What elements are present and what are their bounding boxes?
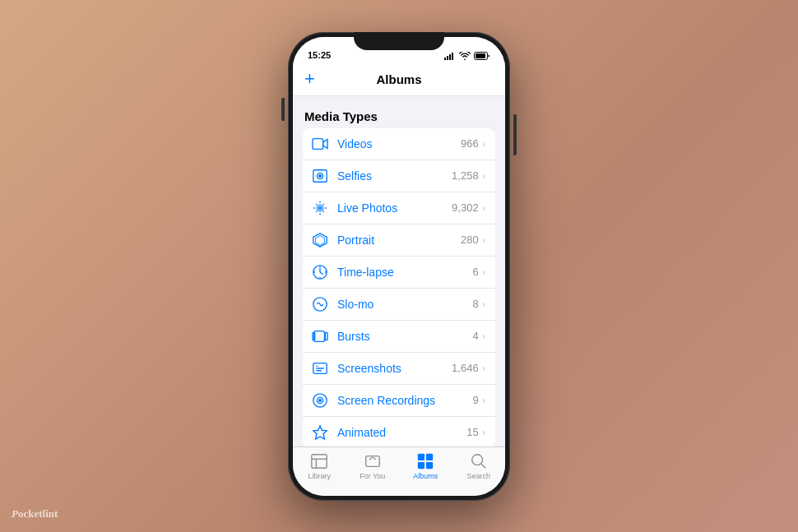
item-count: 1,258: [452, 169, 479, 182]
tab-albums[interactable]: Albums: [399, 452, 452, 480]
chevron-icon: ›: [482, 298, 485, 310]
phone-frame: 15:25: [288, 32, 510, 501]
selfie-icon: [311, 167, 329, 185]
item-label: Portrait: [337, 234, 461, 247]
item-count: 9: [472, 394, 478, 406]
portrait-icon: [311, 231, 329, 249]
item-count: 6: [472, 266, 478, 278]
tab-search-label: Search: [466, 472, 490, 480]
svg-rect-27: [312, 454, 327, 468]
live-photos-icon: [311, 199, 329, 217]
wifi-icon: [459, 52, 471, 60]
svg-rect-1: [447, 56, 448, 60]
chevron-icon: ›: [482, 362, 485, 374]
media-types-list: Videos 966 › Selfies 1,258 ›: [303, 128, 495, 446]
chevron-icon: ›: [482, 169, 485, 182]
nav-title: Albums: [376, 72, 421, 86]
svg-rect-18: [325, 332, 327, 340]
svg-rect-30: [426, 453, 433, 460]
chevron-icon: ›: [482, 266, 485, 278]
bursts-icon: [311, 327, 329, 345]
list-item[interactable]: Bursts 4 ›: [303, 321, 495, 353]
svg-point-9: [319, 174, 322, 177]
item-label: Live Photos: [337, 201, 452, 215]
svg-rect-6: [313, 138, 323, 149]
add-button[interactable]: +: [304, 70, 315, 88]
tab-library-label: Library: [308, 472, 331, 480]
phone-screen: 15:25: [293, 37, 505, 496]
item-count: 8: [472, 298, 478, 310]
item-label: Slo-mo: [337, 298, 472, 311]
svg-rect-3: [452, 53, 453, 60]
list-item[interactable]: Screen Recordings 9 ›: [303, 385, 495, 417]
tab-bar: Library For You: [293, 446, 505, 496]
list-item[interactable]: Time-lapse 6 ›: [303, 257, 495, 289]
svg-point-22: [319, 399, 322, 401]
tab-albums-label: Albums: [413, 472, 438, 480]
screen-recordings-icon: [311, 391, 329, 409]
animated-icon: [311, 423, 329, 442]
nav-bar: + Albums: [293, 63, 505, 96]
list-item[interactable]: Screenshots 1,646 ›: [303, 353, 495, 385]
tab-library[interactable]: Library: [293, 452, 346, 480]
svg-marker-23: [313, 425, 327, 438]
item-count: 966: [461, 137, 479, 150]
notch: [354, 32, 444, 50]
item-count: 280: [461, 234, 479, 246]
item-count: 15: [466, 426, 478, 438]
svg-rect-29: [418, 453, 425, 460]
watermark: Pocketlint: [12, 507, 58, 520]
chevron-icon: ›: [482, 201, 485, 214]
chevron-icon: ›: [482, 426, 485, 438]
list-item[interactable]: Selfies 1,258 ›: [303, 160, 495, 192]
item-label: Animated: [337, 426, 466, 439]
svg-rect-2: [449, 54, 451, 60]
item-label: Time-lapse: [337, 266, 472, 279]
svg-point-11: [319, 206, 322, 209]
slomo-icon: [311, 295, 329, 313]
svg-rect-5: [476, 53, 485, 58]
tab-search[interactable]: Search: [452, 452, 506, 480]
item-label: Selfies: [337, 169, 452, 183]
content-scroll[interactable]: Media Types Videos 966 ›: [293, 96, 505, 446]
item-label: Screen Recordings: [337, 394, 472, 407]
for-you-tab-icon: [364, 452, 382, 470]
video-icon: [311, 135, 329, 153]
status-icons: [444, 52, 490, 60]
timelapse-icon: [311, 263, 329, 281]
library-tab-icon: [310, 452, 328, 470]
item-label: Bursts: [337, 330, 472, 343]
svg-point-33: [472, 454, 483, 465]
list-item[interactable]: Videos 966 ›: [303, 128, 495, 160]
item-label: Screenshots: [337, 362, 452, 375]
svg-marker-13: [316, 235, 325, 245]
list-item[interactable]: Animated 15 ›: [303, 417, 495, 446]
signal-icon: [444, 52, 456, 60]
svg-rect-32: [426, 461, 433, 468]
list-item[interactable]: Slo-mo 8 ›: [303, 289, 495, 321]
svg-rect-0: [444, 58, 446, 60]
battery-icon: [474, 52, 490, 60]
chevron-icon: ›: [482, 330, 485, 342]
section-header-media: Media Types: [293, 96, 505, 128]
chevron-icon: ›: [482, 234, 485, 246]
chevron-icon: ›: [482, 137, 485, 150]
status-time: 15:25: [308, 50, 331, 60]
item-count: 4: [472, 330, 478, 342]
svg-rect-16: [314, 331, 325, 341]
albums-tab-icon: [416, 452, 434, 470]
item-count: 9,302: [452, 201, 479, 214]
search-tab-icon: [470, 452, 488, 470]
list-item[interactable]: Live Photos 9,302 ›: [303, 192, 495, 224]
list-item[interactable]: Portrait 280 ›: [303, 224, 495, 257]
item-label: Videos: [337, 137, 461, 150]
tab-for-you[interactable]: For You: [346, 452, 400, 480]
svg-rect-31: [418, 461, 425, 468]
screenshots-icon: [311, 359, 329, 377]
item-count: 1,646: [452, 362, 479, 374]
tab-for-you-label: For You: [360, 472, 385, 480]
chevron-icon: ›: [482, 394, 485, 406]
